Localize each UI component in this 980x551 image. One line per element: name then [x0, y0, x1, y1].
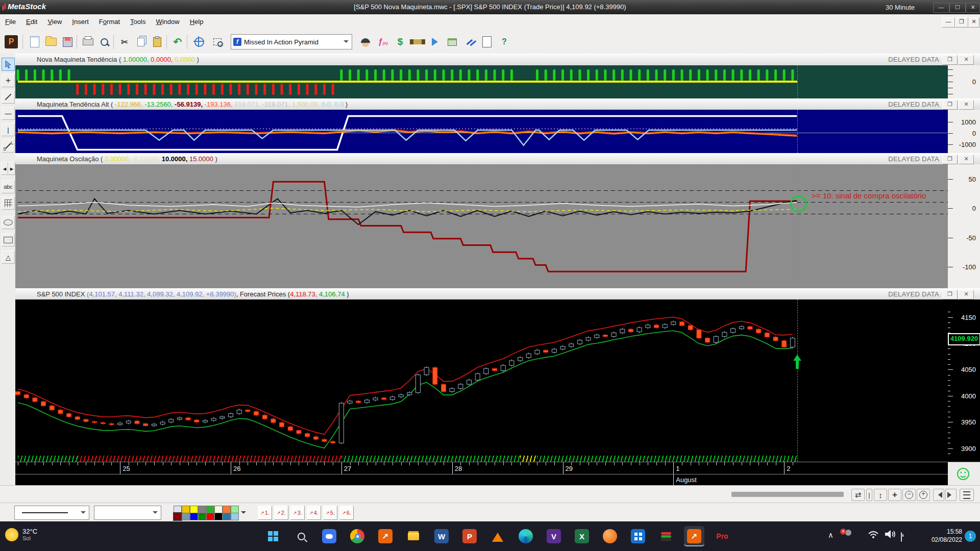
pane-plot-3[interactable]: >= 10: sinal de compra oscilatório [15, 164, 948, 288]
horizontal-scrollbar-thumb[interactable] [731, 492, 844, 497]
menu-edit[interactable]: Edit [21, 14, 42, 31]
taskbar-icon-word[interactable]: W [431, 526, 452, 546]
context-help-button[interactable]: ? [496, 33, 512, 51]
line-weight-dropdown[interactable] [94, 506, 161, 520]
power-console-button[interactable]: P [2, 33, 20, 51]
layout-template-3[interactable]: 3. [290, 506, 305, 520]
tool-horizontal-line[interactable]: — [2, 107, 15, 120]
pane-plot-4[interactable] [15, 299, 948, 462]
minimize-button[interactable]: — [933, 3, 949, 13]
notification-badge[interactable]: 1 [965, 531, 976, 542]
color-swatch[interactable] [214, 513, 223, 520]
taskbar-icon-chrome[interactable] [347, 526, 368, 546]
pane-close-button[interactable]: ✕ [959, 155, 974, 164]
scan-button[interactable] [409, 33, 426, 51]
scroll-layout-list-button[interactable] [960, 489, 974, 501]
menu-window[interactable]: Window [151, 14, 184, 31]
layout-template-6[interactable]: 6. [339, 506, 354, 520]
pane-close-button[interactable]: ✕ [959, 100, 974, 110]
menu-view[interactable]: View [42, 14, 67, 31]
tool-triangle[interactable]: △ [2, 251, 15, 264]
save-button[interactable] [59, 33, 76, 51]
color-swatch[interactable] [174, 513, 182, 520]
taskbar-clock[interactable]: 15:58 02/08/2022 [916, 528, 962, 544]
volume-icon[interactable] [884, 530, 896, 540]
pane-close-button[interactable]: ✕ [959, 290, 974, 299]
menu-insert[interactable]: Insert [67, 14, 94, 31]
taskbar-icon-chat[interactable] [319, 526, 339, 546]
copy-button[interactable] [133, 33, 149, 51]
scroll-divider-button[interactable]: | [866, 489, 872, 501]
scroll-zoom-out-button[interactable]: − [902, 489, 916, 501]
close-button[interactable]: ✕ [966, 3, 980, 13]
pane-close-button[interactable]: ✕ [959, 55, 974, 65]
color-swatch[interactable] [190, 506, 198, 513]
color-swatch[interactable] [214, 506, 223, 513]
taskbar-icon-explorer[interactable] [403, 526, 424, 546]
tool-grid[interactable] [2, 196, 15, 210]
line-style-dropdown[interactable] [14, 506, 89, 520]
crosshair-button[interactable] [191, 33, 207, 51]
child-minimize-button[interactable]: — [942, 17, 955, 28]
taskbar-icon-powerpoint[interactable]: P [459, 526, 480, 546]
report-preview-button[interactable] [479, 33, 495, 51]
taskbar-icon-start[interactable] [263, 526, 283, 546]
tool-rectangle[interactable] [2, 233, 15, 246]
maximize-button[interactable]: ☐ [949, 3, 966, 13]
taskbar-weather[interactable]: 32°C Sol [5, 528, 37, 541]
forecaster-button[interactable] [427, 33, 443, 51]
color-swatch[interactable] [182, 506, 190, 513]
paste-button[interactable] [149, 33, 165, 51]
color-swatch[interactable] [206, 513, 214, 520]
pane-maximize-button[interactable]: ❐ [942, 290, 958, 299]
pane-maximize-button[interactable]: ❐ [942, 155, 958, 164]
taskbar-icon-vlc[interactable] [487, 526, 508, 546]
pane-plot-1[interactable] [15, 65, 948, 98]
wifi-icon[interactable] [868, 530, 879, 540]
tool-semilog-trendline[interactable]: SL [2, 139, 15, 153]
color-swatch[interactable] [231, 513, 239, 520]
new-chart-button[interactable] [27, 33, 43, 51]
taskbar-icon-blue-app[interactable] [628, 526, 648, 546]
child-restore-button[interactable]: ❐ [955, 17, 968, 28]
color-swatch[interactable] [198, 513, 206, 520]
tool-trendline[interactable] [2, 90, 15, 104]
open-button[interactable] [43, 33, 59, 51]
color-swatch[interactable] [182, 513, 190, 520]
color-swatch[interactable] [223, 506, 231, 513]
tool-vertical-line[interactable]: | [2, 123, 15, 136]
layout-template-2[interactable]: 2. [274, 506, 288, 520]
tool-ellipse[interactable] [2, 216, 15, 229]
tool-text[interactable]: abc [2, 180, 15, 193]
layout-template-4[interactable]: 4. [307, 506, 321, 520]
pane-maximize-button[interactable]: ❐ [942, 100, 958, 110]
indicator-builder-button[interactable]: ƒ(x) [375, 33, 391, 51]
layout-template-1[interactable]: 1. [258, 506, 272, 520]
scroll-vertical-scale-button[interactable]: ↕ [874, 489, 887, 501]
print-button[interactable] [80, 33, 96, 51]
date-axis[interactable]: 252627282912 [15, 462, 948, 474]
pane-maximize-button[interactable]: ❐ [942, 55, 958, 65]
color-swatch[interactable] [198, 506, 206, 513]
cut-button[interactable]: ✂ [116, 33, 133, 51]
palette-more-arrow[interactable] [241, 511, 246, 516]
zoom-select-button[interactable] [209, 33, 226, 51]
taskbar-icon-search[interactable] [291, 526, 311, 546]
taskbar-icon-chips-app[interactable] [656, 526, 676, 546]
battery-icon[interactable] [901, 533, 902, 541]
color-swatch[interactable] [206, 506, 214, 513]
tool-crosshair[interactable]: + [2, 74, 15, 87]
color-swatch[interactable] [231, 506, 239, 513]
taskbar-icon-orange-app[interactable] [600, 526, 620, 546]
taskbar-icon-edge[interactable] [516, 526, 536, 546]
explorer-button[interactable] [357, 33, 374, 51]
menu-format[interactable]: Format [94, 14, 125, 31]
taskbar-icon-metastock[interactable]: ↗ [375, 526, 396, 546]
layout-template-5[interactable]: 5. [323, 506, 337, 520]
expert-advisor-button[interactable]: $ [392, 33, 408, 51]
print-preview-button[interactable] [96, 33, 112, 51]
child-close-button[interactable]: ✕ [968, 17, 979, 28]
color-swatch[interactable] [190, 513, 198, 520]
scroll-refresh-button[interactable]: ⇄ [851, 489, 865, 501]
tool-scroll-right[interactable]: ▸ [8, 162, 15, 175]
